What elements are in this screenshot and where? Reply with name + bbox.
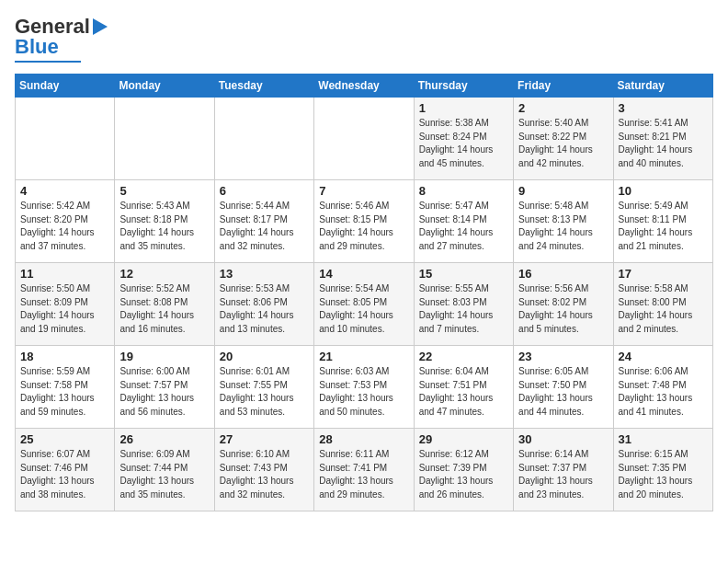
day-number: 1: [419, 101, 508, 115]
day-info: Sunrise: 6:06 AM Sunset: 7:48 PM Dayligh…: [619, 365, 708, 419]
day-number: 23: [518, 350, 608, 363]
day-number: 24: [619, 350, 708, 363]
day-info: Sunrise: 6:00 AM Sunset: 7:57 PM Dayligh…: [119, 365, 209, 419]
day-number: 31: [619, 432, 708, 446]
calendar-cell: [214, 98, 313, 180]
day-info: Sunrise: 6:14 AM Sunset: 7:37 PM Dayligh…: [518, 448, 608, 501]
calendar-cell: 14Sunrise: 5:54 AM Sunset: 8:05 PM Dayli…: [314, 263, 414, 346]
day-number: 9: [518, 184, 608, 198]
day-info: Sunrise: 5:52 AM Sunset: 8:08 PM Dayligh…: [119, 282, 209, 336]
day-number: 17: [619, 267, 708, 281]
calendar-cell: 9Sunrise: 5:48 AM Sunset: 8:13 PM Daylig…: [514, 180, 613, 263]
day-info: Sunrise: 5:38 AM Sunset: 8:24 PM Dayligh…: [419, 117, 508, 170]
day-number: 15: [419, 267, 508, 281]
day-info: Sunrise: 5:58 AM Sunset: 8:00 PM Dayligh…: [619, 282, 708, 336]
day-info: Sunrise: 5:47 AM Sunset: 8:14 PM Dayligh…: [419, 200, 508, 253]
day-number: 7: [319, 184, 408, 198]
day-number: 13: [220, 267, 309, 281]
logo: General Blue: [15, 15, 109, 63]
day-info: Sunrise: 5:48 AM Sunset: 8:13 PM Dayligh…: [518, 200, 608, 253]
day-info: Sunrise: 5:40 AM Sunset: 8:22 PM Dayligh…: [518, 117, 608, 170]
day-number: 18: [20, 350, 109, 363]
day-number: 20: [220, 350, 309, 363]
day-of-week-header: Tuesday: [214, 75, 313, 98]
day-number: 2: [518, 101, 608, 115]
calendar-cell: 18Sunrise: 5:59 AM Sunset: 7:58 PM Dayli…: [16, 346, 115, 429]
calendar-cell: 3Sunrise: 5:41 AM Sunset: 8:21 PM Daylig…: [613, 98, 712, 180]
calendar-cell: 26Sunrise: 6:09 AM Sunset: 7:44 PM Dayli…: [115, 429, 214, 511]
day-of-week-header: Wednesday: [314, 75, 414, 98]
calendar-cell: [16, 98, 115, 180]
day-info: Sunrise: 5:44 AM Sunset: 8:17 PM Dayligh…: [220, 200, 309, 253]
day-info: Sunrise: 6:01 AM Sunset: 7:55 PM Dayligh…: [220, 365, 309, 419]
day-number: 10: [619, 184, 708, 198]
day-of-week-header: Sunday: [16, 75, 115, 98]
calendar-cell: 4Sunrise: 5:42 AM Sunset: 8:20 PM Daylig…: [16, 180, 115, 263]
calendar-cell: 8Sunrise: 5:47 AM Sunset: 8:14 PM Daylig…: [414, 180, 513, 263]
calendar-cell: 13Sunrise: 5:53 AM Sunset: 8:06 PM Dayli…: [214, 263, 313, 346]
day-number: 12: [119, 267, 209, 281]
day-of-week-header: Saturday: [613, 75, 712, 98]
svg-marker-0: [93, 18, 108, 35]
day-info: Sunrise: 5:49 AM Sunset: 8:11 PM Dayligh…: [619, 200, 708, 253]
day-info: Sunrise: 6:03 AM Sunset: 7:53 PM Dayligh…: [319, 365, 408, 419]
page-header: General Blue: [15, 15, 713, 63]
calendar-cell: 24Sunrise: 6:06 AM Sunset: 7:48 PM Dayli…: [613, 346, 712, 429]
day-info: Sunrise: 6:07 AM Sunset: 7:46 PM Dayligh…: [20, 448, 109, 501]
calendar-cell: 19Sunrise: 6:00 AM Sunset: 7:57 PM Dayli…: [115, 346, 214, 429]
calendar-cell: 6Sunrise: 5:44 AM Sunset: 8:17 PM Daylig…: [214, 180, 313, 263]
logo-triangle-icon: [91, 17, 109, 37]
day-info: Sunrise: 5:42 AM Sunset: 8:20 PM Dayligh…: [20, 200, 109, 253]
day-number: 8: [419, 184, 508, 198]
calendar-cell: 15Sunrise: 5:55 AM Sunset: 8:03 PM Dayli…: [414, 263, 513, 346]
day-of-week-header: Monday: [115, 75, 214, 98]
day-info: Sunrise: 5:43 AM Sunset: 8:18 PM Dayligh…: [119, 200, 209, 253]
day-of-week-header: Thursday: [414, 75, 513, 98]
calendar-cell: 28Sunrise: 6:11 AM Sunset: 7:41 PM Dayli…: [314, 429, 414, 511]
day-info: Sunrise: 5:41 AM Sunset: 8:21 PM Dayligh…: [619, 117, 708, 170]
day-info: Sunrise: 5:55 AM Sunset: 8:03 PM Dayligh…: [419, 282, 508, 336]
day-info: Sunrise: 6:10 AM Sunset: 7:43 PM Dayligh…: [220, 448, 309, 501]
day-of-week-header: Friday: [514, 75, 613, 98]
day-number: 3: [619, 101, 708, 115]
day-info: Sunrise: 5:53 AM Sunset: 8:06 PM Dayligh…: [220, 282, 309, 336]
calendar-cell: 20Sunrise: 6:01 AM Sunset: 7:55 PM Dayli…: [214, 346, 313, 429]
calendar-cell: 31Sunrise: 6:15 AM Sunset: 7:35 PM Dayli…: [613, 429, 712, 511]
calendar-cell: 10Sunrise: 5:49 AM Sunset: 8:11 PM Dayli…: [613, 180, 712, 263]
day-info: Sunrise: 6:12 AM Sunset: 7:39 PM Dayligh…: [419, 448, 508, 501]
day-number: 11: [20, 267, 109, 281]
day-info: Sunrise: 6:15 AM Sunset: 7:35 PM Dayligh…: [619, 448, 708, 501]
day-info: Sunrise: 6:04 AM Sunset: 7:51 PM Dayligh…: [419, 365, 508, 419]
day-number: 5: [119, 184, 209, 198]
logo-blue: Blue: [15, 35, 59, 59]
day-number: 21: [319, 350, 408, 363]
day-info: Sunrise: 5:59 AM Sunset: 7:58 PM Dayligh…: [20, 365, 109, 419]
calendar-cell: 22Sunrise: 6:04 AM Sunset: 7:51 PM Dayli…: [414, 346, 513, 429]
day-number: 30: [518, 432, 608, 446]
day-number: 27: [220, 432, 309, 446]
day-info: Sunrise: 6:09 AM Sunset: 7:44 PM Dayligh…: [119, 448, 209, 501]
day-number: 14: [319, 267, 408, 281]
calendar-cell: 1Sunrise: 5:38 AM Sunset: 8:24 PM Daylig…: [414, 98, 513, 180]
day-info: Sunrise: 5:54 AM Sunset: 8:05 PM Dayligh…: [319, 282, 408, 336]
day-number: 25: [20, 432, 109, 446]
day-number: 26: [119, 432, 209, 446]
day-number: 28: [319, 432, 408, 446]
day-info: Sunrise: 6:05 AM Sunset: 7:50 PM Dayligh…: [518, 365, 608, 419]
calendar-cell: 30Sunrise: 6:14 AM Sunset: 7:37 PM Dayli…: [514, 429, 613, 511]
calendar-cell: 16Sunrise: 5:56 AM Sunset: 8:02 PM Dayli…: [514, 263, 613, 346]
day-number: 19: [119, 350, 209, 363]
day-number: 16: [518, 267, 608, 281]
day-number: 22: [419, 350, 508, 363]
calendar-table: SundayMondayTuesdayWednesdayThursdayFrid…: [15, 74, 713, 511]
day-number: 4: [20, 184, 109, 198]
calendar-cell: 2Sunrise: 5:40 AM Sunset: 8:22 PM Daylig…: [514, 98, 613, 180]
calendar-cell: [314, 98, 414, 180]
calendar-cell: 11Sunrise: 5:50 AM Sunset: 8:09 PM Dayli…: [16, 263, 115, 346]
day-info: Sunrise: 5:50 AM Sunset: 8:09 PM Dayligh…: [20, 282, 109, 336]
logo-underline: [15, 61, 81, 63]
calendar-header: SundayMondayTuesdayWednesdayThursdayFrid…: [16, 75, 713, 98]
calendar-cell: 5Sunrise: 5:43 AM Sunset: 8:18 PM Daylig…: [115, 180, 214, 263]
day-info: Sunrise: 6:11 AM Sunset: 7:41 PM Dayligh…: [319, 448, 408, 501]
calendar-cell: 25Sunrise: 6:07 AM Sunset: 7:46 PM Dayli…: [16, 429, 115, 511]
